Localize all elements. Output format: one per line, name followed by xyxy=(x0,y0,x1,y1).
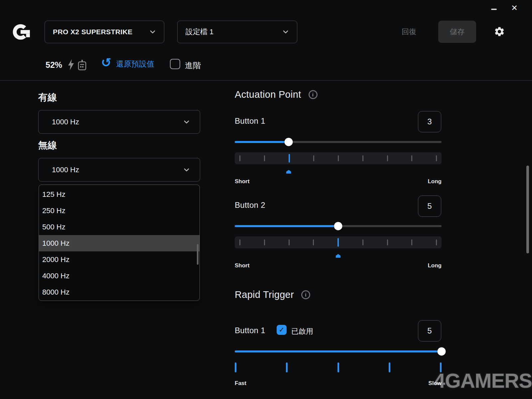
dropdown-option-selected[interactable]: 1000 Hz xyxy=(39,235,200,251)
actuation-point-section: Actuation Point i xyxy=(235,89,318,100)
wired-polling-select[interactable]: 1000 Hz xyxy=(38,110,200,134)
restore-arrow-icon: ↺ xyxy=(101,56,111,69)
short-label: Short xyxy=(235,262,249,269)
watermark: 4GAMERS xyxy=(434,369,532,392)
fast-label: Fast xyxy=(235,380,246,387)
info-icon[interactable]: i xyxy=(301,290,310,299)
charging-bolt-icon xyxy=(67,59,74,70)
tick xyxy=(362,239,363,245)
tick-active xyxy=(337,238,339,247)
slider-handle[interactable] xyxy=(438,347,446,356)
tick xyxy=(338,155,339,161)
actuation-button1-label: Button 1 xyxy=(235,116,265,126)
dropdown-option[interactable]: 125 Hz xyxy=(39,186,200,202)
tick xyxy=(313,155,314,161)
minimize-button[interactable] xyxy=(491,9,497,10)
rapid-button1-value: 5 xyxy=(418,320,441,341)
logitech-g-logo-icon[interactable] xyxy=(12,22,31,42)
tick xyxy=(239,239,240,245)
close-button[interactable]: ✕ xyxy=(509,3,520,13)
dropdown-scrollbar[interactable] xyxy=(197,244,199,265)
profile-name: 設定檔 1 xyxy=(186,27,213,37)
position-marker xyxy=(336,254,341,258)
wireless-polling-value: 1000 Hz xyxy=(52,166,79,174)
range-labels: Short Long xyxy=(235,262,442,269)
tick xyxy=(362,155,363,161)
range-labels: Short Long xyxy=(235,178,442,185)
rapid-button1-label: Button 1 xyxy=(235,326,265,335)
slider-fill xyxy=(235,141,289,143)
tick xyxy=(387,155,388,161)
wireless-polling-select[interactable]: 1000 Hz xyxy=(38,158,200,182)
wireless-heading: 無線 xyxy=(38,139,57,152)
actuation-button1-value: 3 xyxy=(418,111,441,132)
restore-defaults-button[interactable]: ↺ 還原預設值 xyxy=(101,57,154,70)
info-icon[interactable]: i xyxy=(309,90,318,99)
tick xyxy=(313,239,314,245)
rapid-enabled-checkbox[interactable]: ✓ xyxy=(277,325,287,335)
rapid-button1-slider[interactable] xyxy=(235,347,442,355)
tick xyxy=(411,239,412,245)
tick xyxy=(264,239,265,245)
revert-button[interactable]: 回復 xyxy=(396,24,422,40)
actuation-button1-tickbar xyxy=(235,152,442,164)
advanced-label: 進階 xyxy=(185,60,201,71)
actuation-button2-slider[interactable] xyxy=(235,222,442,230)
actuation-button1-slider[interactable] xyxy=(235,138,442,146)
tick xyxy=(387,239,388,245)
slider-handle[interactable] xyxy=(334,222,342,230)
tick-active xyxy=(389,362,390,372)
dropdown-option[interactable]: 250 Hz xyxy=(39,202,200,219)
device-name: PRO X2 SUPERSTRIKE xyxy=(53,28,132,36)
chevron-down-icon xyxy=(150,30,155,34)
chevron-down-icon xyxy=(184,168,189,172)
tick xyxy=(436,155,437,161)
dropdown-option[interactable]: 2000 Hz xyxy=(39,251,200,268)
tick xyxy=(239,155,240,161)
tick xyxy=(411,155,412,161)
advanced-checkbox[interactable] xyxy=(170,59,180,69)
wired-heading: 有線 xyxy=(38,91,57,104)
receiver-dongle-icon xyxy=(77,60,87,70)
tick xyxy=(289,239,290,245)
slider-handle[interactable] xyxy=(285,138,293,146)
tick xyxy=(264,155,265,161)
actuation-button2-value: 5 xyxy=(418,196,441,217)
profile-selector[interactable]: 設定檔 1 xyxy=(177,21,297,43)
slider-fill xyxy=(235,225,338,227)
tick xyxy=(436,239,437,245)
actuation-button2-tickbar xyxy=(235,236,442,248)
header-divider xyxy=(0,80,532,81)
chevron-down-icon xyxy=(283,30,288,34)
rapid-tick-row xyxy=(235,362,442,372)
rapid-trigger-title: Rapid Trigger xyxy=(235,289,294,300)
chevron-down-icon xyxy=(184,120,189,124)
settings-gear-icon[interactable] xyxy=(494,26,505,37)
tick-active xyxy=(337,362,339,372)
range-labels: Fast Slow xyxy=(235,380,442,387)
dropdown-option[interactable]: 8000 Hz xyxy=(39,284,200,300)
ghub-window: ✕ PRO X2 SUPERSTRIKE 設定檔 1 回復 儲存 52% ↺ xyxy=(0,0,532,399)
slider-fill xyxy=(235,350,442,352)
tick-active xyxy=(286,362,288,372)
polling-rate-dropdown-list: 125 Hz 250 Hz 500 Hz 1000 Hz 2000 Hz 400… xyxy=(39,185,200,301)
long-label: Long xyxy=(428,262,442,269)
slow-label: Slow xyxy=(428,380,442,387)
actuation-button2-label: Button 2 xyxy=(235,200,265,210)
rapid-trigger-section: Rapid Trigger i xyxy=(235,289,310,300)
dropdown-option[interactable]: 4000 Hz xyxy=(39,268,200,284)
tick-active xyxy=(235,362,236,372)
tick-active xyxy=(289,154,290,163)
device-selector[interactable]: PRO X2 SUPERSTRIKE xyxy=(45,21,164,43)
battery-percentage: 52% xyxy=(46,60,62,70)
page-scrollbar[interactable] xyxy=(526,166,529,253)
restore-defaults-label: 還原預設值 xyxy=(116,59,154,69)
short-label: Short xyxy=(235,178,249,185)
save-button[interactable]: 儲存 xyxy=(438,21,476,43)
wired-polling-value: 1000 Hz xyxy=(52,118,79,126)
actuation-point-title: Actuation Point xyxy=(235,89,301,100)
rapid-enabled-label: 已啟用 xyxy=(291,327,313,336)
position-marker xyxy=(286,170,291,174)
long-label: Long xyxy=(428,178,442,185)
dropdown-option[interactable]: 500 Hz xyxy=(39,219,200,235)
